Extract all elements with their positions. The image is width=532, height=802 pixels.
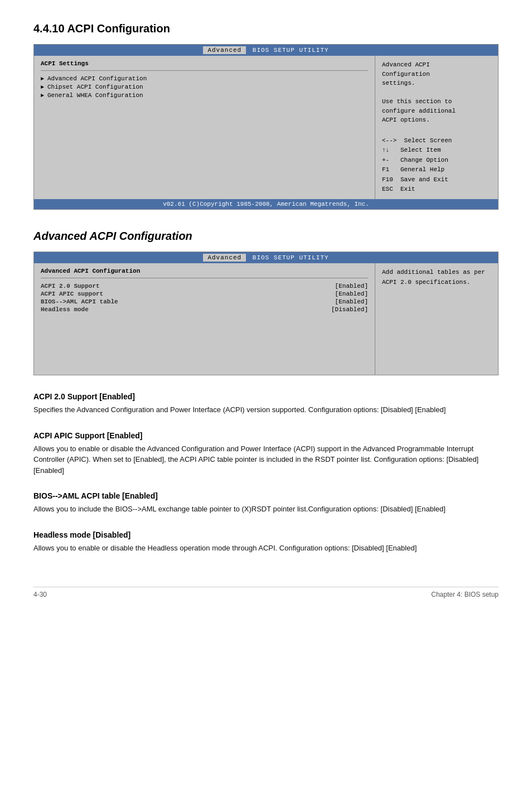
subsection-title-acpi20: ACPI 2.0 Support [Enabled]: [33, 392, 499, 401]
bios-menu-item-3[interactable]: ► General WHEA Configuration: [41, 92, 368, 99]
section1-title: 4.4.10 ACPI Configuration: [33, 22, 499, 35]
subsection-body-acpiapic: Allows you to enable or disable the Adva…: [33, 443, 499, 476]
bios-tab-advanced-1[interactable]: Advanced: [203, 46, 246, 54]
bios-left-panel-2: Advanced ACPI Configuration ACPI 2.0 Sup…: [34, 263, 375, 375]
bios-value-acpi20: [Enabled]: [335, 283, 368, 289]
bios-right-panel-1: Advanced ACPIConfigurationsettings. Use …: [375, 56, 498, 199]
bios-table-2: ACPI 2.0 Support [Enabled] ACPI APIC sup…: [41, 283, 368, 313]
page-footer: 4-30 Chapter 4: BIOS setup: [33, 587, 499, 598]
bios-body-2: Advanced ACPI Configuration ACPI 2.0 Sup…: [34, 263, 498, 375]
bios-menu-label-3: General WHEA Configuration: [47, 92, 143, 99]
bios-help-text-1: Advanced ACPIConfigurationsettings. Use …: [382, 60, 491, 125]
bios-value-acpiapic: [Enabled]: [335, 291, 368, 297]
bios-box-1: Advanced BIOS SETUP UTILITY ACPI Setting…: [33, 44, 499, 210]
bios-keys-1: <‑‑> Select Screen ↑↓ Select Item +- Cha…: [382, 136, 491, 195]
subsection-body-acpi20: Specifies the Advanced Configuration and…: [33, 404, 499, 416]
subsection-title-biosml: BIOS-->AML ACPI table [Enabled]: [33, 491, 499, 500]
bios-label-acpiapic: ACPI APIC support: [41, 291, 103, 297]
arrow-icon-2: ►: [41, 84, 44, 90]
subsection-acpiapic: ACPI APIC Support [Enabled] Allows you t…: [33, 431, 499, 476]
subsection-body-headless: Allows you to enable or disable the Head…: [33, 543, 499, 554]
footer-chapter: Chapter 4: BIOS setup: [431, 591, 499, 598]
arrow-icon-1: ►: [41, 76, 44, 82]
bios-menu-label-1: Advanced ACPI Configuration: [47, 75, 147, 82]
bios-row-biosml[interactable]: BIOS-->AML ACPI table [Enabled]: [41, 298, 368, 305]
bios-label-biosml: BIOS-->AML ACPI table: [41, 298, 118, 305]
bios-header-title-2: BIOS SETUP UTILITY: [253, 254, 329, 261]
subsection-acpi20: ACPI 2.0 Support [Enabled] Specifies the…: [33, 392, 499, 416]
bios-divider-1: [41, 70, 368, 71]
bios-label-acpi20: ACPI 2.0 Support: [41, 283, 100, 289]
bios-value-headless: [Disabled]: [331, 306, 368, 313]
bios-divider-2: [41, 278, 368, 278]
section2-title: Advanced ACPI Configuration: [33, 230, 499, 243]
bios-section-label-2: Advanced ACPI Configuration: [41, 268, 368, 274]
subsection-body-biosml: Allows you to include the BIOS-->AML exc…: [33, 504, 499, 515]
bios-header-1: Advanced BIOS SETUP UTILITY: [34, 45, 498, 56]
subsection-biosml: BIOS-->AML ACPI table [Enabled] Allows y…: [33, 491, 499, 515]
arrow-icon-3: ►: [41, 93, 44, 99]
bios-header-2: Advanced BIOS SETUP UTILITY: [34, 252, 498, 263]
bios-menu-label-2: Chipset ACPI Configuration: [47, 84, 143, 90]
bios-body-1: ACPI Settings ► Advanced ACPI Configurat…: [34, 56, 498, 199]
bios-tab-advanced-2[interactable]: Advanced: [203, 254, 246, 262]
bios-box-2: Advanced BIOS SETUP UTILITY Advanced ACP…: [33, 252, 499, 375]
bios-row-acpiapic[interactable]: ACPI APIC support [Enabled]: [41, 291, 368, 297]
bios-menu-item-1[interactable]: ► Advanced ACPI Configuration: [41, 75, 368, 82]
footer-page-number: 4-30: [33, 591, 47, 598]
subsection-headless: Headless mode [Disabled] Allows you to e…: [33, 530, 499, 554]
bios-row-headless[interactable]: Headless mode [Disabled]: [41, 306, 368, 313]
subsection-title-headless: Headless mode [Disabled]: [33, 530, 499, 539]
bios-row-acpi20[interactable]: ACPI 2.0 Support [Enabled]: [41, 283, 368, 289]
bios-section-label-1: ACPI Settings: [41, 60, 368, 67]
bios-menu-item-2[interactable]: ► Chipset ACPI Configuration: [41, 84, 368, 90]
bios-label-headless: Headless mode: [41, 306, 89, 313]
bios-footer-1: v02.61 (C)Copyright 1985-2008, American …: [34, 199, 498, 209]
bios-right-panel-2: Add additional tables as per ACPI 2.0 sp…: [375, 263, 498, 375]
bios-help-text-2: Add additional tables as per ACPI 2.0 sp…: [382, 268, 491, 287]
bios-header-title-1: BIOS SETUP UTILITY: [253, 47, 329, 54]
bios-value-biosml: [Enabled]: [335, 298, 368, 305]
bios-left-panel-1: ACPI Settings ► Advanced ACPI Configurat…: [34, 56, 375, 199]
subsection-title-acpiapic: ACPI APIC Support [Enabled]: [33, 431, 499, 440]
